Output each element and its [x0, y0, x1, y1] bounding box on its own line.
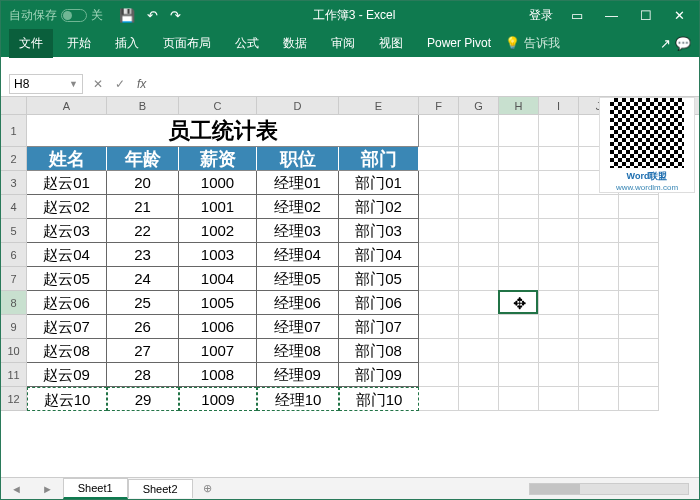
table-cell[interactable]: 经理08: [257, 339, 339, 363]
row-header[interactable]: 2: [1, 147, 27, 171]
table-cell[interactable]: 赵云03: [27, 219, 107, 243]
tab-data[interactable]: 数据: [273, 29, 317, 58]
row-header[interactable]: 12: [1, 387, 27, 411]
cancel-formula-icon[interactable]: ✕: [87, 77, 109, 91]
table-cell[interactable]: 部门03: [339, 219, 419, 243]
table-cell[interactable]: 赵云05: [27, 267, 107, 291]
table-cell[interactable]: 部门10: [339, 387, 419, 411]
undo-icon[interactable]: ↶: [147, 8, 158, 23]
tell-me-search[interactable]: 💡 告诉我: [505, 35, 560, 52]
table-cell[interactable]: 1002: [179, 219, 257, 243]
save-icon[interactable]: 💾: [119, 8, 135, 23]
col-header-B[interactable]: B: [107, 97, 179, 114]
table-cell[interactable]: 赵云01: [27, 171, 107, 195]
table-cell[interactable]: 部门08: [339, 339, 419, 363]
table-cell[interactable]: 1004: [179, 267, 257, 291]
sheet-nav-next-icon[interactable]: ►: [32, 483, 63, 495]
tab-formulas[interactable]: 公式: [225, 29, 269, 58]
name-box[interactable]: H8 ▼: [9, 74, 83, 94]
share-icon[interactable]: ↗: [660, 36, 671, 51]
table-cell[interactable]: 赵云08: [27, 339, 107, 363]
sheet-nav-prev-icon[interactable]: ◄: [1, 483, 32, 495]
row-header[interactable]: 10: [1, 339, 27, 363]
table-cell[interactable]: 1003: [179, 243, 257, 267]
redo-icon[interactable]: ↷: [170, 8, 181, 23]
table-cell[interactable]: 23: [107, 243, 179, 267]
table-cell[interactable]: 1009: [179, 387, 257, 411]
table-cell[interactable]: 部门04: [339, 243, 419, 267]
row-header[interactable]: 8: [1, 291, 27, 315]
table-cell[interactable]: 24: [107, 267, 179, 291]
row-header[interactable]: 6: [1, 243, 27, 267]
row-header[interactable]: 1: [1, 115, 27, 147]
row-header[interactable]: 7: [1, 267, 27, 291]
tab-review[interactable]: 审阅: [321, 29, 365, 58]
row-header[interactable]: 5: [1, 219, 27, 243]
row-header[interactable]: 11: [1, 363, 27, 387]
row-header[interactable]: 3: [1, 171, 27, 195]
tab-file[interactable]: 文件: [9, 29, 53, 58]
table-header[interactable]: 部门: [339, 147, 419, 171]
table-cell[interactable]: 经理07: [257, 315, 339, 339]
table-cell[interactable]: 经理03: [257, 219, 339, 243]
table-header[interactable]: 薪资: [179, 147, 257, 171]
table-cell[interactable]: 部门07: [339, 315, 419, 339]
maximize-icon[interactable]: ☐: [636, 8, 656, 23]
formula-input[interactable]: [152, 74, 699, 94]
chevron-down-icon[interactable]: ▼: [69, 79, 78, 89]
row-header[interactable]: 9: [1, 315, 27, 339]
col-header-H[interactable]: H: [499, 97, 539, 114]
table-cell[interactable]: 赵云02: [27, 195, 107, 219]
table-cell[interactable]: 赵云09: [27, 363, 107, 387]
col-header-D[interactable]: D: [257, 97, 339, 114]
table-header[interactable]: 年龄: [107, 147, 179, 171]
table-header[interactable]: 职位: [257, 147, 339, 171]
col-header-F[interactable]: F: [419, 97, 459, 114]
login-link[interactable]: 登录: [529, 7, 553, 24]
table-cell[interactable]: 25: [107, 291, 179, 315]
accept-formula-icon[interactable]: ✓: [109, 77, 131, 91]
table-header[interactable]: 姓名: [27, 147, 107, 171]
table-cell[interactable]: 27: [107, 339, 179, 363]
row-header[interactable]: 4: [1, 195, 27, 219]
col-header-C[interactable]: C: [179, 97, 257, 114]
close-icon[interactable]: ✕: [670, 8, 689, 23]
table-cell[interactable]: 赵云10: [27, 387, 107, 411]
table-cell[interactable]: 28: [107, 363, 179, 387]
table-cell[interactable]: 经理05: [257, 267, 339, 291]
table-cell[interactable]: 1001: [179, 195, 257, 219]
table-cell[interactable]: 部门06: [339, 291, 419, 315]
table-cell[interactable]: 经理09: [257, 363, 339, 387]
table-cell[interactable]: 经理01: [257, 171, 339, 195]
table-cell[interactable]: 赵云06: [27, 291, 107, 315]
table-cell[interactable]: 1000: [179, 171, 257, 195]
table-cell[interactable]: 22: [107, 219, 179, 243]
comments-icon[interactable]: 💬: [675, 36, 691, 51]
autosave-toggle[interactable]: 自动保存 关: [1, 7, 111, 24]
ribbon-options-icon[interactable]: ▭: [567, 8, 587, 23]
table-cell[interactable]: 经理02: [257, 195, 339, 219]
horizontal-scrollbar[interactable]: [529, 483, 689, 495]
table-cell[interactable]: 经理10: [257, 387, 339, 411]
spreadsheet-grid[interactable]: ABCDEFGHIJK 1员工统计表2姓名年龄薪资职位部门3赵云01201000…: [1, 97, 699, 477]
add-sheet-icon[interactable]: ⊕: [193, 482, 222, 495]
table-cell[interactable]: 20: [107, 171, 179, 195]
table-cell[interactable]: 1007: [179, 339, 257, 363]
tab-layout[interactable]: 页面布局: [153, 29, 221, 58]
sheet-tab-1[interactable]: Sheet1: [63, 478, 128, 499]
table-cell[interactable]: 经理04: [257, 243, 339, 267]
table-cell[interactable]: 1006: [179, 315, 257, 339]
tab-insert[interactable]: 插入: [105, 29, 149, 58]
table-cell[interactable]: 赵云07: [27, 315, 107, 339]
col-header-E[interactable]: E: [339, 97, 419, 114]
tab-powerpivot[interactable]: Power Pivot: [417, 30, 501, 56]
sheet-tab-2[interactable]: Sheet2: [128, 479, 193, 498]
table-cell[interactable]: 部门01: [339, 171, 419, 195]
table-cell[interactable]: 部门02: [339, 195, 419, 219]
table-cell[interactable]: 26: [107, 315, 179, 339]
col-header-G[interactable]: G: [459, 97, 499, 114]
table-cell[interactable]: 29: [107, 387, 179, 411]
tab-view[interactable]: 视图: [369, 29, 413, 58]
table-cell[interactable]: 21: [107, 195, 179, 219]
table-cell[interactable]: 经理06: [257, 291, 339, 315]
